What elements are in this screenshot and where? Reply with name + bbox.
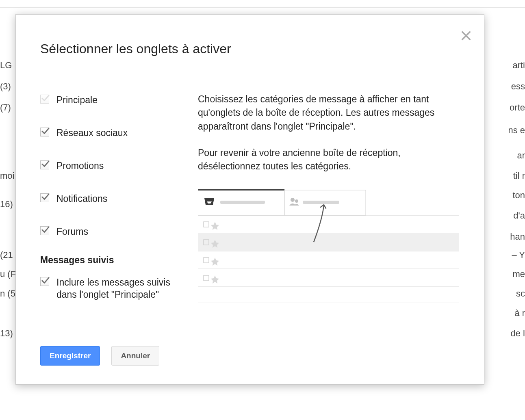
svg-rect-15 [204,258,209,263]
bg-right-fragment: de l [511,328,525,339]
tab-option-label: Promotions [56,160,104,172]
dialog-title: Sélectionner les onglets à activer [40,41,231,56]
svg-point-5 [291,198,295,202]
bg-right-fragment: ess [511,81,525,92]
bg-right-fragment: orte [510,102,525,113]
starred-option-label: Inclure les messages suivis dans l'ongle… [56,276,170,301]
bg-left-fragment: LG [0,60,12,71]
tab-option-label: Forums [56,225,88,238]
close-icon[interactable] [460,30,472,41]
description-p2: Pour revenir à votre ancienne boîte de r… [198,146,458,173]
svg-rect-17 [198,233,459,251]
checkbox[interactable] [40,160,49,169]
bg-left-fragment: 16) [0,199,13,210]
tab-option-row[interactable]: Notifications [40,193,174,205]
tab-option-row[interactable]: Promotions [40,160,174,172]
bg-right-fragment: me [512,269,525,279]
bg-left-fragment: moi [0,171,14,181]
bg-left-fragment: n (5 [0,288,15,299]
bg-left-fragment: (7) [0,102,11,113]
bg-right-fragment: ns e [508,125,525,136]
tab-options: PrincipaleRéseaux sociauxPromotionsNotif… [40,94,174,301]
tab-option-row[interactable]: Forums [40,225,174,238]
dialog-description: Choisissez les catégories de message à a… [198,93,458,186]
svg-rect-13 [204,222,209,227]
svg-rect-2 [198,189,284,191]
starred-heading: Messages suivis [40,255,174,266]
bg-left-fragment: 13) [0,328,13,339]
bg-left-fragment: (21 [0,250,13,260]
bg-right-fragment: d'a [513,210,525,221]
checkbox[interactable] [40,193,49,202]
svg-rect-7 [303,201,339,204]
bg-right-fragment: til r [513,171,525,181]
checkbox-starred[interactable] [40,277,49,286]
tab-option-row[interactable]: Réseaux sociaux [40,127,174,139]
tab-option-label: Réseaux sociaux [56,127,128,139]
bg-right-fragment: ar [517,150,525,161]
svg-rect-16 [204,275,209,281]
save-button[interactable]: Enregistrer [40,346,100,366]
starred-option-row[interactable]: Inclure les messages suivis dans l'ongle… [40,276,174,301]
bg-left-fragment: (3) [0,81,11,92]
bg-right-fragment: arti [512,60,525,71]
checkbox[interactable] [40,226,49,235]
bg-left-fragment: u (F [0,269,16,279]
tabs-illustration [198,189,459,303]
tab-option-row: Principale [40,94,174,106]
svg-rect-3 [220,201,265,204]
svg-point-6 [295,199,298,203]
bg-right-fragment: han [510,232,525,242]
dialog-footer: Enregistrer Annuler [40,346,159,366]
description-p1: Choisissez les catégories de message à a… [198,93,458,133]
tab-select-dialog: Sélectionner les onglets à activer Princ… [15,14,484,385]
tab-option-label: Notifications [56,193,107,205]
checkbox[interactable] [40,128,49,136]
bg-right-fragment: – Y [512,250,525,260]
bg-right-fragment: à r [514,308,525,318]
bg-right-fragment: ton [512,190,525,201]
checkbox [40,95,49,104]
bg-right-fragment: sc [516,288,525,299]
cancel-button[interactable]: Annuler [111,346,159,366]
tab-option-label: Principale [56,94,98,106]
